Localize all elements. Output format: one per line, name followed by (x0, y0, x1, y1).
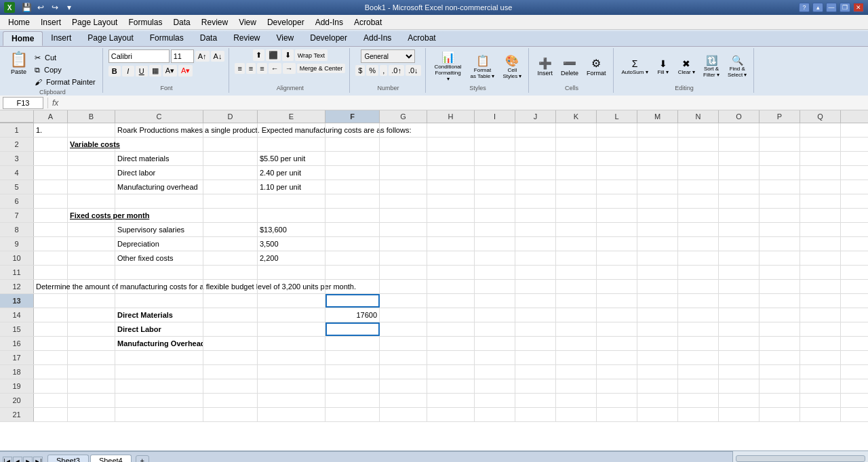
cell-n3[interactable] (678, 152, 719, 165)
cell-l20[interactable] (597, 394, 637, 407)
cell-p3[interactable] (760, 152, 800, 165)
cell-a7[interactable] (34, 209, 68, 222)
cell-k6[interactable] (556, 194, 597, 208)
cell-p5[interactable] (760, 180, 800, 194)
col-header-p[interactable]: P (760, 110, 800, 123)
cell-d16[interactable] (203, 337, 258, 350)
cell-q18[interactable] (800, 365, 841, 379)
cell-e13[interactable] (258, 294, 326, 308)
cell-n19[interactable] (678, 379, 719, 393)
cell-q8[interactable] (800, 223, 841, 236)
cell-e3[interactable]: $5.50 per unit (258, 152, 326, 165)
cell-j20[interactable] (515, 394, 556, 407)
row-header-2[interactable]: 2 (0, 138, 34, 151)
cell-i6[interactable] (475, 194, 515, 208)
cell-c11[interactable] (115, 266, 203, 279)
row-header-6[interactable]: 6 (0, 194, 34, 208)
cell-a2[interactable] (34, 138, 68, 151)
save-btn[interactable]: 💾 (20, 1, 33, 14)
cell-o15[interactable] (719, 322, 760, 336)
menu-home[interactable]: Home (3, 16, 35, 28)
cell-q9[interactable] (800, 237, 841, 251)
col-header-q[interactable]: Q (800, 110, 841, 123)
cell-l12[interactable] (597, 280, 637, 293)
cell-p16[interactable] (760, 337, 800, 350)
window-controls[interactable]: ? ▴ — ❐ ✕ (799, 3, 864, 12)
cell-o2[interactable] (719, 138, 760, 151)
cell-m15[interactable] (637, 322, 678, 336)
cell-c1[interactable]: Roark Productions makes a single product… (115, 123, 203, 137)
row-header-18[interactable]: 18 (0, 365, 34, 379)
cell-e17[interactable] (258, 351, 326, 364)
cell-k5[interactable] (556, 180, 597, 194)
cell-g3[interactable] (380, 152, 427, 165)
cell-m17[interactable] (637, 351, 678, 364)
cell-b14[interactable] (68, 308, 115, 322)
cell-c19[interactable] (115, 379, 203, 393)
row-header-3[interactable]: 3 (0, 152, 34, 165)
cell-o9[interactable] (719, 237, 760, 251)
cell-e18[interactable] (258, 365, 326, 379)
cell-g2[interactable] (380, 138, 427, 151)
cell-k20[interactable] (556, 394, 597, 407)
cell-j13[interactable] (515, 294, 556, 308)
cell-o20[interactable] (719, 394, 760, 407)
cell-k8[interactable] (556, 223, 597, 236)
cell-h13[interactable] (427, 294, 475, 308)
border-button[interactable]: ▦ (149, 65, 161, 77)
cell-j2[interactable] (515, 138, 556, 151)
cell-g12[interactable] (380, 280, 427, 293)
ribbon-toggle-btn[interactable]: ▴ (812, 3, 823, 12)
first-sheet-btn[interactable]: |◄ (3, 457, 12, 462)
cell-b16[interactable] (68, 337, 115, 350)
cell-q15[interactable] (800, 322, 841, 336)
cell-n12[interactable] (678, 280, 719, 293)
row-header-10[interactable]: 10 (0, 251, 34, 265)
cell-i1[interactable] (475, 123, 515, 137)
cell-l9[interactable] (597, 237, 637, 251)
cell-n18[interactable] (678, 365, 719, 379)
cell-p11[interactable] (760, 266, 800, 279)
cell-j10[interactable] (515, 251, 556, 265)
cell-n14[interactable] (678, 308, 719, 322)
cell-a5[interactable] (34, 180, 68, 194)
cell-h14[interactable] (427, 308, 475, 322)
cell-h15[interactable] (427, 322, 475, 336)
cell-i12[interactable] (475, 280, 515, 293)
bold-button[interactable]: B (108, 66, 121, 77)
col-header-g[interactable]: G (380, 110, 427, 123)
cell-q10[interactable] (800, 251, 841, 265)
cell-i15[interactable] (475, 322, 515, 336)
cell-c14[interactable]: Direct Materials (115, 308, 203, 322)
cell-a9[interactable] (34, 237, 68, 251)
cell-p14[interactable] (760, 308, 800, 322)
cell-f17[interactable] (326, 351, 380, 364)
cell-k16[interactable] (556, 337, 597, 350)
cell-n20[interactable] (678, 394, 719, 407)
cell-f2[interactable] (326, 138, 380, 151)
cell-g9[interactable] (380, 237, 427, 251)
cell-c16[interactable]: Manufacturing Overhead (115, 337, 203, 350)
cell-d11[interactable] (203, 266, 258, 279)
wrap-text-button[interactable]: Wrap Text (295, 49, 328, 61)
cell-c9[interactable]: Depreciation (115, 237, 203, 251)
cell-i9[interactable] (475, 237, 515, 251)
decimal-increase-btn[interactable]: .0↑ (389, 65, 404, 76)
cell-o5[interactable] (719, 180, 760, 194)
cell-j4[interactable] (515, 166, 556, 180)
menu-developer[interactable]: Developer (262, 16, 310, 28)
cell-l14[interactable] (597, 308, 637, 322)
cell-e2[interactable] (258, 138, 326, 151)
col-header-f[interactable]: F (326, 110, 380, 123)
cell-j11[interactable] (515, 266, 556, 279)
cell-m1[interactable] (637, 123, 678, 137)
cell-p20[interactable] (760, 394, 800, 407)
decimal-decrease-btn[interactable]: .0↓ (406, 65, 421, 76)
row-header-17[interactable]: 17 (0, 351, 34, 364)
cell-a17[interactable] (34, 351, 68, 364)
cell-f13[interactable] (326, 294, 380, 308)
align-top-btn[interactable]: ⬆ (253, 49, 264, 61)
cell-o4[interactable] (719, 166, 760, 180)
font-name-input[interactable] (108, 49, 170, 63)
cell-q11[interactable] (800, 266, 841, 279)
